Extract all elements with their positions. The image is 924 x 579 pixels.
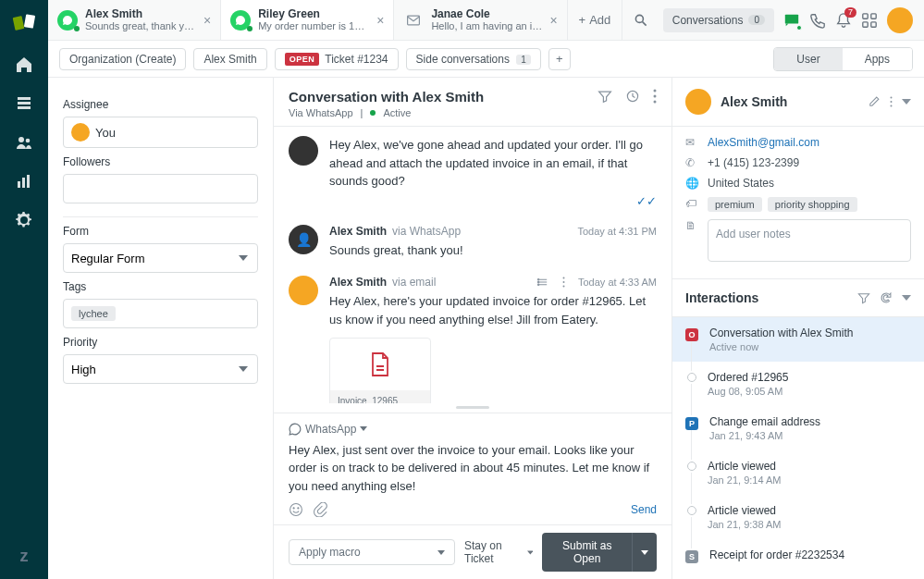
user-name: Alex Smith: [721, 94, 858, 109]
conversations-button[interactable]: Conversations 0: [663, 8, 774, 32]
message: Hey Alex, we've gone ahead and updated y…: [289, 136, 657, 208]
note-icon: 🗎: [685, 219, 698, 232]
add-tab-button[interactable]: + Add: [568, 0, 623, 40]
resize-handle[interactable]: [274, 403, 671, 413]
close-icon[interactable]: ×: [549, 13, 557, 28]
composer-textarea[interactable]: Hey Alex, just sent over the invoice to …: [289, 441, 657, 496]
interaction-item[interactable]: Article viewedJan 21, 9:14 AM: [672, 450, 924, 495]
interaction-item[interactable]: SReceipt for order #2232534: [672, 539, 924, 573]
more-icon[interactable]: [562, 276, 565, 289]
send-button[interactable]: Send: [631, 503, 657, 516]
attachment-icon[interactable]: [313, 502, 327, 517]
emoji-icon[interactable]: [289, 502, 303, 517]
interaction-sub: Jan 21, 9:38 AM: [708, 519, 782, 530]
settings-icon[interactable]: [15, 211, 33, 229]
interaction-item[interactable]: PChange email addressJan 21, 9:43 AM: [672, 406, 924, 450]
tags-field[interactable]: lychee: [63, 299, 258, 328]
tag-chip: premium: [708, 197, 762, 212]
interaction-title: Article viewed: [708, 460, 782, 473]
message-time: Today at 4:33 AM: [578, 277, 657, 288]
seg-apps[interactable]: Apps: [843, 48, 912, 70]
svg-rect-2: [18, 97, 31, 100]
org-pill[interactable]: Organization (Create): [59, 48, 186, 70]
interaction-bullet: [687, 373, 696, 382]
assignee-label: Assignee: [63, 98, 258, 111]
requester-pill[interactable]: Alex Smith: [193, 48, 266, 70]
tag-icon: 🏷: [685, 197, 698, 210]
attachment[interactable]: Invoice_12965 PDF: [329, 338, 431, 403]
avatar: [289, 136, 318, 166]
home-icon[interactable]: [15, 55, 33, 74]
history-icon[interactable]: [625, 89, 640, 104]
nav-rail: z: [0, 0, 48, 579]
chat-icon[interactable]: [783, 12, 800, 29]
assignee-field[interactable]: You: [63, 117, 258, 148]
tags-label: Tags: [63, 280, 258, 293]
message-author: Alex Smith: [329, 225, 387, 238]
tab-sub: Hello, I am having an is…: [431, 20, 542, 31]
svg-point-31: [891, 101, 893, 103]
svg-point-30: [891, 97, 893, 99]
composer-channel-select[interactable]: WhatsApp: [289, 423, 367, 436]
stay-on-ticket-select[interactable]: Stay on Ticket: [464, 539, 533, 565]
options-icon[interactable]: [536, 276, 549, 289]
reporting-icon[interactable]: [15, 172, 33, 191]
search-button[interactable]: [622, 0, 659, 40]
submit-menu-button[interactable]: [632, 533, 657, 572]
svg-point-19: [654, 95, 657, 98]
composer-channel-label: WhatsApp: [305, 423, 356, 436]
filter-icon[interactable]: [598, 89, 612, 104]
followers-field[interactable]: [63, 174, 258, 203]
form-select[interactable]: Regular Form: [63, 243, 258, 273]
priority-label: Priority: [63, 336, 258, 349]
app-logo: [12, 11, 36, 35]
form-label: Form: [63, 225, 258, 238]
chevron-down-icon[interactable]: [902, 295, 911, 301]
chevron-down-icon[interactable]: [902, 99, 911, 105]
open-chip: OPEN: [285, 53, 320, 66]
svg-point-29: [298, 508, 299, 509]
customers-icon[interactable]: [15, 133, 33, 152]
ticket-pill[interactable]: OPEN Ticket #1234: [275, 48, 399, 70]
seg-user[interactable]: User: [774, 48, 842, 70]
submit-button[interactable]: Submit as Open: [542, 533, 632, 572]
svg-rect-12: [785, 14, 798, 23]
mail-icon: ✉: [685, 136, 698, 149]
filter-icon[interactable]: [857, 291, 870, 304]
tab-sub: My order number is 19…: [258, 20, 369, 31]
svg-point-18: [654, 90, 657, 92]
interaction-bullet: P: [685, 417, 698, 430]
more-icon[interactable]: [890, 95, 893, 108]
interaction-item[interactable]: OConversation with Alex SmithActive now: [672, 317, 924, 362]
user-email[interactable]: AlexSmith@gmail.com: [708, 136, 819, 149]
edit-icon[interactable]: [868, 95, 881, 108]
avatar: 👤: [289, 225, 318, 254]
apps-icon[interactable]: [861, 12, 878, 29]
user-avatar[interactable]: [887, 7, 913, 33]
tab-2[interactable]: Janae ColeHello, I am having an is… ×: [394, 0, 567, 40]
views-icon[interactable]: [15, 94, 33, 113]
composer: WhatsApp Hey Alex, just sent over the in…: [274, 413, 671, 525]
conversation-status: Active: [383, 107, 411, 118]
close-icon[interactable]: ×: [376, 13, 384, 28]
priority-select[interactable]: High: [63, 354, 258, 384]
close-icon[interactable]: ×: [203, 13, 211, 28]
phone-icon[interactable]: [809, 12, 826, 29]
more-icon[interactable]: [653, 89, 657, 104]
notifications-icon[interactable]: 7: [835, 12, 852, 29]
macro-select[interactable]: Apply macro: [289, 539, 455, 565]
refresh-icon[interactable]: [880, 291, 893, 304]
tab-0[interactable]: Alex SmithSounds great, thank you! ×: [48, 0, 221, 40]
interaction-item[interactable]: Article viewedJan 21, 9:38 AM: [672, 495, 924, 539]
add-side-conversation-button[interactable]: +: [548, 48, 571, 70]
interaction-bullet: S: [685, 550, 698, 563]
stay-label: Stay on Ticket: [464, 539, 524, 565]
message: 👤 Alex Smith via WhatsApp Today at 4:31 …: [289, 225, 657, 260]
interaction-item[interactable]: Ordered #12965Aug 08, 9:05 AM: [672, 362, 924, 406]
interaction-title: Change email address: [709, 415, 820, 428]
interaction-bullet: O: [685, 328, 698, 341]
side-conversations-pill[interactable]: Side conversations 1: [406, 48, 541, 70]
tab-1[interactable]: Riley GreenMy order number is 19… ×: [221, 0, 394, 40]
user-notes-input[interactable]: [708, 219, 911, 262]
conversations-label: Conversations: [672, 14, 744, 27]
